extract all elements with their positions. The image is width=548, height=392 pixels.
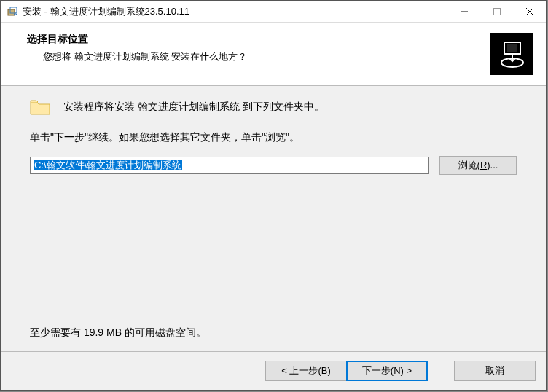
intro-row: 安装程序将安装 翰文进度计划编制系统 到下列文件夹中。 (30, 99, 517, 115)
install-path-input[interactable]: C:\翰文软件\翰文进度计划编制系统 (30, 157, 429, 174)
header-text: 选择目标位置 您想将 翰文进度计划编制系统 安装在什么地方？ (27, 33, 483, 63)
maximize-button (480, 1, 513, 23)
close-button[interactable] (513, 1, 546, 23)
installer-icon (7, 6, 18, 17)
page-subtitle: 您想将 翰文进度计划编制系统 安装在什么地方？ (27, 50, 483, 63)
intro-text: 安装程序将安装 翰文进度计划编制系统 到下列文件夹中。 (63, 101, 324, 114)
wizard-footer: < 上一步(B) 下一步(N) > 取消 (1, 351, 546, 390)
titlebar: 安装 - 翰文进度计划编制系统23.5.10.11 (1, 1, 546, 23)
page-title: 选择目标位置 (27, 33, 483, 46)
browse-button[interactable]: 浏览(R)... (439, 156, 517, 175)
wizard-header: 选择目标位置 您想将 翰文进度计划编制系统 安装在什么地方？ (1, 23, 546, 86)
install-path-value: C:\翰文软件\翰文进度计划编制系统 (34, 160, 182, 170)
folder-icon (30, 99, 50, 115)
window-controls (447, 1, 546, 23)
back-button[interactable]: < 上一步(B) (265, 361, 347, 381)
disk-space-text: 至少需要有 19.9 MB 的可用磁盘空间。 (30, 326, 517, 340)
body-spacer (30, 175, 517, 326)
window-title: 安装 - 翰文进度计划编制系统23.5.10.11 (23, 5, 447, 18)
next-button[interactable]: 下一步(N) > (346, 361, 428, 381)
path-row: C:\翰文软件\翰文进度计划编制系统 浏览(R)... (30, 156, 517, 175)
svg-rect-0 (8, 9, 15, 15)
minimize-button[interactable] (447, 1, 480, 23)
wizard-body: 安装程序将安装 翰文进度计划编制系统 到下列文件夹中。 单击"下一步"继续。如果… (1, 86, 546, 351)
wizard-logo (490, 33, 533, 75)
installer-window: 安装 - 翰文进度计划编制系统23.5.10.11 选择目标位置 您想将 翰文进… (0, 0, 547, 391)
hint-text: 单击"下一步"继续。如果您想选择其它文件夹，单击"浏览"。 (30, 131, 517, 144)
cancel-button[interactable]: 取消 (454, 361, 536, 381)
svg-rect-7 (507, 44, 517, 52)
svg-rect-3 (493, 8, 500, 15)
